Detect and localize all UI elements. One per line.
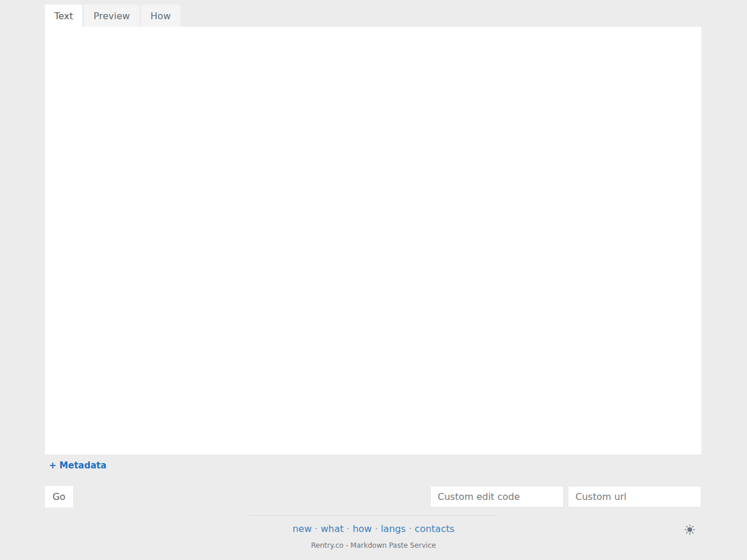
custom-url-input[interactable] bbox=[568, 486, 701, 508]
editor-textarea[interactable] bbox=[45, 27, 701, 454]
site-tagline: Rentry.co - Markdown Paste Service bbox=[0, 541, 747, 550]
footer-separator: · bbox=[375, 523, 381, 534]
footer-separator: · bbox=[409, 523, 414, 534]
footer-separator: · bbox=[315, 523, 320, 534]
footer-link-new[interactable]: new bbox=[292, 523, 312, 534]
theme-toggle-button[interactable] bbox=[685, 524, 695, 535]
rentry-page: Text Preview How + Metadata Go new · wha… bbox=[0, 0, 747, 560]
go-button[interactable]: Go bbox=[45, 486, 73, 508]
submit-row: Go bbox=[45, 486, 701, 508]
footer-divider bbox=[250, 516, 497, 517]
sun-icon bbox=[685, 524, 695, 535]
footer-link-what[interactable]: what bbox=[321, 523, 344, 534]
footer-separator: · bbox=[347, 523, 352, 534]
footer-link-how[interactable]: how bbox=[352, 523, 372, 534]
tab-preview[interactable]: Preview bbox=[84, 5, 139, 27]
metadata-toggle-link[interactable]: + Metadata bbox=[49, 460, 106, 471]
editor-tab-bar: Text Preview How bbox=[45, 5, 180, 27]
custom-edit-code-input[interactable] bbox=[430, 486, 564, 508]
custom-inputs-group bbox=[430, 486, 701, 508]
footer-links: new · what · how · langs · contacts bbox=[0, 523, 747, 534]
tab-text[interactable]: Text bbox=[45, 5, 82, 27]
footer-link-contacts[interactable]: contacts bbox=[415, 523, 455, 534]
tab-how[interactable]: How bbox=[141, 5, 180, 27]
footer-link-langs[interactable]: langs bbox=[381, 523, 406, 534]
